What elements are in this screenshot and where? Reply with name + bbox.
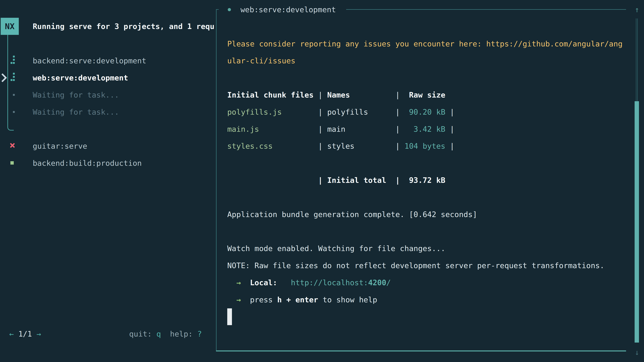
pager-page-indicator: 1/1 xyxy=(14,330,36,338)
terminal-text-segment xyxy=(227,295,236,304)
task-spinner-icon xyxy=(10,61,15,69)
app-title: Running serve for 3 projects, and 1 requ xyxy=(33,18,215,35)
terminal-text-segment: h + enter xyxy=(277,295,318,304)
terminal-text-segment: | xyxy=(445,125,454,134)
terminal-line: styles.css | styles | 104 bytes | xyxy=(227,138,454,154)
terminal-text-segment: | xyxy=(350,90,409,99)
terminal-text-segment: 90.20 kB xyxy=(409,108,446,116)
task-item[interactable]: Waiting for task... xyxy=(0,86,215,103)
nx-logo: NX xyxy=(1,18,19,35)
terminal-text-segment: ular-cli/issues xyxy=(227,56,295,65)
task-spinner-icon xyxy=(10,78,15,86)
terminal-text-segment: Application bundle generation complete. … xyxy=(227,210,477,219)
task-item[interactable]: backend:build:production xyxy=(0,155,215,171)
panel-border-left xyxy=(216,9,216,351)
quit-label: quit: xyxy=(129,330,156,338)
terminal-text-segment: 3.42 kB xyxy=(414,125,446,134)
terminal-text-segment: 93.72 kB xyxy=(409,176,446,185)
terminal-text-segment: press xyxy=(250,295,277,304)
task-label: guitar:serve xyxy=(33,138,87,154)
scroll-down-icon[interactable]: ↓ xyxy=(632,344,642,361)
terminal-text-segment: | xyxy=(273,142,327,150)
pager-next-icon[interactable]: → xyxy=(36,330,41,338)
terminal-text-segment: | xyxy=(314,90,327,99)
localhost-url-link[interactable]: 4200 xyxy=(368,278,386,287)
panel-border-top xyxy=(346,9,626,10)
terminal-text-segment: styles.css xyxy=(227,142,273,150)
terminal-text-segment: | xyxy=(445,142,454,150)
terminal-text-segment: | xyxy=(445,108,454,116)
terminal-text-segment: | xyxy=(259,125,327,134)
terminal-line: Application bundle generation complete. … xyxy=(227,206,477,223)
terminal-text-segment: Names xyxy=(327,90,350,99)
terminal-line: ular-cli/issues xyxy=(227,52,295,69)
terminal-line: → Local: http://localhost:4200/ xyxy=(227,274,391,291)
terminal-text-segment: NOTE: Raw file sizes do not reflect deve… xyxy=(227,261,604,270)
terminal-text-segment: to show help xyxy=(318,295,377,304)
running-status-dot-icon xyxy=(228,8,231,11)
terminal-text-segment: | xyxy=(345,125,414,134)
terminal-line: | Initial total | 93.72 kB xyxy=(227,172,445,189)
panel-title: web:serve:development xyxy=(240,1,336,18)
terminal-text-segment: Raw size xyxy=(409,90,446,99)
terminal-text-segment: | xyxy=(227,176,327,185)
terminal-text-segment: | xyxy=(282,108,327,116)
localhost-url-link[interactable]: / xyxy=(386,278,391,287)
scroll-up-icon[interactable]: ↑ xyxy=(632,1,642,18)
terminal-text-segment: → xyxy=(236,295,241,304)
localhost-url-link[interactable]: http://localhost: xyxy=(291,278,368,287)
terminal-text-segment: Initial total xyxy=(327,176,386,185)
task-success-square-icon xyxy=(10,163,14,166)
terminal-line: main.js | main | 3.42 kB | xyxy=(227,121,454,137)
terminal-text-segment: → xyxy=(236,278,241,287)
terminal-text-segment xyxy=(241,295,250,304)
nx-tui-screen: NX Running serve for 3 projects, and 1 r… xyxy=(0,0,644,362)
task-label: Waiting for task... xyxy=(33,104,119,120)
terminal-text-segment: styles xyxy=(327,142,354,150)
task-item[interactable]: Waiting for task... xyxy=(0,104,215,120)
task-label: backend:build:production xyxy=(33,155,142,171)
terminal-text-segment: 104 bytes xyxy=(404,142,446,150)
task-item[interactable]: backend:serve:development xyxy=(0,52,215,69)
task-item[interactable]: guitar:serve xyxy=(0,138,215,154)
terminal-text-segment xyxy=(241,278,250,287)
terminal-text-segment: polyfills xyxy=(327,108,368,116)
terminal-text-segment: Initial chunk files xyxy=(227,90,314,99)
pager: ← 1/1 → xyxy=(9,326,41,342)
terminal-line: Watch mode enabled. Watching for file ch… xyxy=(227,240,445,257)
scrollbar-thumb[interactable] xyxy=(634,101,639,343)
terminal-text-segment: | xyxy=(354,142,404,150)
selected-chevron-icon xyxy=(1,73,8,83)
terminal-text-segment: main xyxy=(327,125,345,134)
terminal-text-segment xyxy=(227,278,236,287)
terminal-text-segment: Local: xyxy=(250,278,277,287)
pager-prev-icon[interactable]: ← xyxy=(9,330,14,338)
terminal-line: Please consider reporting any issues you… xyxy=(227,35,622,52)
terminal-cursor xyxy=(227,308,232,325)
task-label: web:serve:development xyxy=(33,69,128,86)
terminal-text-segment: Please consider reporting any issues you… xyxy=(227,39,622,48)
terminal-text-segment xyxy=(277,278,291,287)
task-label: backend:serve:development xyxy=(33,52,146,69)
terminal-line: → press h + enter to show help xyxy=(227,291,377,308)
terminal-line: NOTE: Raw file sizes do not reflect deve… xyxy=(227,257,604,274)
task-label: Waiting for task... xyxy=(33,86,119,103)
help-label: help: xyxy=(170,330,198,338)
terminal-text-segment: | xyxy=(386,176,409,185)
terminal-line: Initial chunk files | Names | Raw size xyxy=(227,86,445,103)
terminal-text-segment: main.js xyxy=(227,125,259,134)
terminal-text-segment: polyfills.js xyxy=(227,108,282,116)
terminal-text-segment: Watch mode enabled. Watching for file ch… xyxy=(227,244,445,253)
panel-border-bottom xyxy=(216,351,626,352)
task-pending-dot-icon xyxy=(10,95,12,97)
quit-key: q xyxy=(156,330,161,338)
task-item[interactable]: web:serve:development xyxy=(0,69,215,86)
terminal-text-segment: | xyxy=(368,108,409,116)
help-key: ? xyxy=(197,330,202,338)
task-pending-dot-icon xyxy=(10,112,12,114)
task-failed-x-icon xyxy=(10,146,16,152)
keybinding-hints: quit: q help: ? xyxy=(129,326,202,342)
terminal-line: polyfills.js | polyfills | 90.20 kB | xyxy=(227,104,454,120)
